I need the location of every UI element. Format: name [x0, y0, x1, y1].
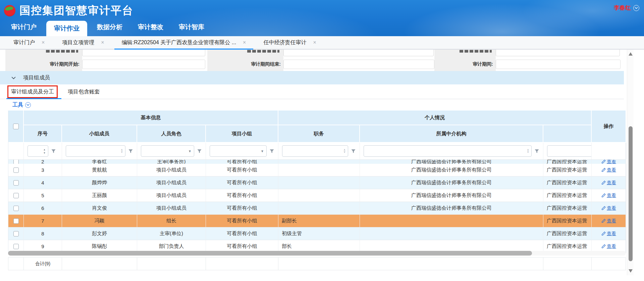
- table-row[interactable]: 2 李春红 主审(事务所) 可看所有小组 广西瑞信盛德会计师事务所有限公司 广西…: [8, 160, 626, 164]
- cell-duty: [278, 202, 360, 215]
- cell-role: 项目小组成员: [137, 189, 206, 202]
- dept-filter-input[interactable]: [547, 145, 592, 157]
- footer-empty-cell: [137, 258, 206, 270]
- filter-icon[interactable]: [51, 149, 56, 154]
- nav-item-audit-portal[interactable]: 审计门户: [3, 18, 44, 36]
- nav-item-audit-rectify[interactable]: 审计整改: [130, 18, 171, 36]
- filter-icon[interactable]: [351, 149, 356, 154]
- close-icon[interactable]: ×: [313, 40, 316, 46]
- row-checkbox-cell: [8, 202, 24, 215]
- edit-pencil-icon[interactable]: [601, 231, 606, 236]
- table-row[interactable]: 5 王丽颜 项目小组成员 可看所有小组 广西瑞信盛德会计师事务所有限公司 广西国…: [8, 189, 626, 202]
- vertical-scrollbar-thumb[interactable]: [629, 126, 633, 261]
- row-checkbox[interactable]: [13, 193, 19, 198]
- subtab-project-ledgers[interactable]: 项目包含账套: [67, 84, 101, 99]
- filter-cell-duty: ∧∨: [278, 143, 360, 159]
- user-name[interactable]: 李春红: [614, 4, 631, 12]
- form-input-clipped[interactable]: [82, 50, 205, 56]
- row-checkbox[interactable]: [13, 218, 19, 224]
- edit-pencil-icon[interactable]: [601, 219, 606, 223]
- audit-period-start-input[interactable]: [82, 60, 205, 69]
- cell-action: 查看: [592, 189, 626, 202]
- row-checkbox[interactable]: [13, 160, 19, 164]
- seq-filter-spinner[interactable]: ▲▼: [28, 145, 48, 157]
- cell-member: 彭文婷: [62, 227, 137, 240]
- audit-period-end-input[interactable]: [283, 60, 434, 69]
- tools-chevron-down-icon[interactable]: [25, 102, 31, 108]
- app-header: 国控集团智慧审计平台 李春红 审计门户 审计作业 数据分析 审计整改 审计智库: [0, 0, 644, 36]
- cell-dept: 广西国控资本运营: [543, 227, 592, 240]
- subtab-members-division[interactable]: 审计组成员及分工: [8, 84, 57, 99]
- agency-filter-combo[interactable]: ∧∨: [364, 145, 532, 157]
- tools-button[interactable]: 工具: [12, 101, 23, 109]
- group-filter-select[interactable]: ▼: [210, 145, 267, 157]
- close-icon[interactable]: ×: [101, 40, 104, 46]
- filter-icon[interactable]: [197, 149, 202, 154]
- section-project-members[interactable]: 项目组成员: [0, 71, 624, 84]
- scroll-up-icon[interactable]: [629, 52, 633, 56]
- tools-row: 工具: [0, 99, 624, 111]
- row-checkbox[interactable]: [13, 180, 19, 186]
- form-input-clipped[interactable]: [283, 50, 434, 56]
- brand: 国控集团智慧审计平台: [4, 3, 133, 18]
- nav-item-audit-library[interactable]: 审计智库: [171, 18, 212, 36]
- edit-pencil-icon[interactable]: [601, 168, 606, 172]
- edit-pencil-icon[interactable]: [601, 206, 606, 210]
- edit-pencil-icon[interactable]: [601, 160, 606, 164]
- filter-icon[interactable]: [269, 149, 274, 154]
- view-link[interactable]: 查看: [607, 180, 616, 186]
- table-row[interactable]: 4 颜烨烨 项目小组成员 可看所有小组 广西瑞信盛德会计师事务所有限公司 广西国…: [8, 177, 626, 189]
- group-header-basic-info: 基本信息: [24, 111, 278, 125]
- audit-period-input[interactable]: [496, 60, 621, 69]
- scroll-down-icon[interactable]: [629, 269, 633, 273]
- cell-dept: 广西国控资本运营: [543, 160, 592, 164]
- row-checkbox-cell: [8, 177, 24, 189]
- edit-pencil-icon[interactable]: [601, 181, 606, 185]
- doc-tab-audit-portal[interactable]: 审计门户 ×: [5, 36, 53, 49]
- vertical-scrollbar[interactable]: [627, 50, 634, 275]
- chevron-down-icon[interactable]: [11, 75, 16, 81]
- row-checkbox[interactable]: [13, 244, 19, 249]
- horizontal-scrollbar[interactable]: [8, 251, 626, 256]
- document-tabstrip: 审计门户 × 项目立项管理 × 编辑:RZ202504 关于广西农垦企业管理有限…: [0, 36, 644, 50]
- row-checkbox[interactable]: [13, 231, 19, 236]
- cell-dept: 广西国控资本运营: [543, 189, 592, 202]
- filter-icon[interactable]: [128, 149, 133, 154]
- view-link[interactable]: 查看: [607, 160, 616, 164]
- duty-filter-combo[interactable]: ∧∨: [282, 145, 348, 157]
- view-link[interactable]: 查看: [607, 167, 616, 173]
- cell-seq: 7: [24, 215, 62, 227]
- row-checkbox[interactable]: [13, 167, 19, 173]
- filter-cell-dept: [543, 143, 592, 159]
- user-menu[interactable]: 李春红: [614, 4, 639, 12]
- view-link[interactable]: 查看: [607, 231, 616, 237]
- row-checkbox[interactable]: [13, 206, 19, 211]
- close-icon[interactable]: ×: [243, 40, 246, 46]
- role-filter-select[interactable]: ▼: [141, 145, 194, 157]
- nav-item-data-analysis[interactable]: 数据分析: [89, 18, 130, 36]
- table-row[interactable]: 6 肖文俊 项目小组成员 可看所有小组 广西瑞信盛德会计师事务所有限公司 广西国…: [8, 202, 626, 215]
- filter-icon[interactable]: [534, 149, 539, 154]
- view-link[interactable]: 查看: [607, 193, 616, 199]
- cell-group: 可看所有小组: [206, 164, 278, 177]
- member-filter-combo[interactable]: ∧∨: [66, 145, 125, 157]
- table-row[interactable]: 8 彭文婷 主审(单位) 可看所有小组 初级主管 广西国控资本运营 查看: [8, 227, 626, 240]
- horizontal-scrollbar-thumb[interactable]: [8, 251, 532, 256]
- doc-tab-edit-rz202504[interactable]: 编辑:RZ202504 关于广西农垦企业管理有限公 ... ×: [113, 36, 255, 49]
- view-link[interactable]: 查看: [607, 218, 616, 224]
- edit-pencil-icon[interactable]: [601, 244, 606, 249]
- edit-pencil-icon[interactable]: [601, 193, 606, 198]
- select-all-checkbox[interactable]: [13, 124, 19, 129]
- table-row[interactable]: 3 黄航航 项目小组成员 可看所有小组 广西瑞信盛德会计师事务所有限公司 广西国…: [8, 164, 626, 177]
- doc-tab-economic-audit[interactable]: 任中经济责任审计 ×: [255, 36, 325, 49]
- user-chevron-down-icon[interactable]: [633, 5, 639, 11]
- view-link[interactable]: 查看: [607, 205, 616, 211]
- form-input-clipped[interactable]: [496, 50, 620, 56]
- doc-tab-project-setup[interactable]: 项目立项管理 ×: [53, 36, 113, 49]
- cell-member: 冯颖: [62, 215, 137, 227]
- view-link[interactable]: 查看: [607, 243, 616, 250]
- close-icon[interactable]: ×: [42, 40, 45, 46]
- nav-item-audit-work[interactable]: 审计作业: [46, 21, 87, 36]
- table-row[interactable]: 7 冯颖 组长 可看所有小组 副部长 广西国控资本运营 查看: [8, 215, 626, 227]
- footer-checkbox-cell: [8, 258, 24, 270]
